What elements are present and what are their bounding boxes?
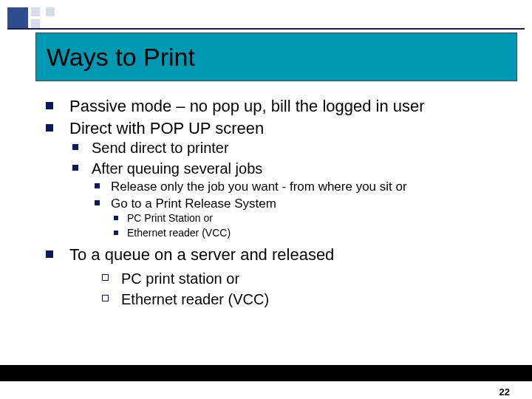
bullet-text: To a queue on a server and released xyxy=(69,245,334,264)
bullet-l1: To a queue on a server and released PC p… xyxy=(43,245,488,309)
bullet-text: Passive mode – no pop up, bill the logge… xyxy=(69,97,425,115)
bullet-l2: Send direct to printer xyxy=(69,139,488,158)
title-band: Ways to Print xyxy=(35,33,517,81)
bullet-l1: Passive mode – no pop up, bill the logge… xyxy=(43,96,488,117)
footer-bar xyxy=(0,365,532,381)
bullet-text: PC print station or xyxy=(121,270,239,287)
decor-square-small xyxy=(31,19,40,28)
bullet-l2: After queuing several jobs Release only … xyxy=(69,160,488,240)
bullet-text: Send direct to printer xyxy=(92,140,229,156)
header-rule xyxy=(7,28,525,30)
bullet-l4: PC Print Station or xyxy=(111,212,488,225)
slide: Ways to Print Passive mode – no pop up, … xyxy=(0,0,532,399)
bullet-text: Release only the job you want - from whe… xyxy=(111,180,407,194)
bullet-l2-hollow: Ethernet reader (VCC) xyxy=(99,290,488,310)
bullet-l3: Go to a Print Release System PC Print St… xyxy=(92,196,488,240)
bullet-text: After queuing several jobs xyxy=(92,160,262,177)
decor-square-small xyxy=(46,19,55,28)
bullet-text: Go to a Print Release System xyxy=(111,197,276,211)
slide-content: Passive mode – no pop up, bill the logge… xyxy=(43,96,488,310)
slide-title: Ways to Print xyxy=(47,43,195,72)
decor-square-small xyxy=(46,7,55,16)
bullet-l1: Direct with POP UP screen Send direct to… xyxy=(43,118,488,240)
bullet-l3: Release only the job you want - from whe… xyxy=(92,179,488,195)
bullet-text: Direct with POP UP screen xyxy=(69,119,264,137)
bullet-text: Ethernet reader (VCC) xyxy=(127,227,231,239)
decor-square-large xyxy=(7,7,28,28)
bullet-text: Ethernet reader (VCC) xyxy=(121,291,269,307)
page-number: 22 xyxy=(499,386,510,398)
bullet-text: PC Print Station or xyxy=(127,212,213,224)
corner-decoration xyxy=(7,7,55,28)
bullet-l4: Ethernet reader (VCC) xyxy=(111,227,488,240)
decor-square-stack xyxy=(31,7,55,28)
decor-square-small xyxy=(31,7,40,16)
bullet-l2-hollow: PC print station or xyxy=(99,270,488,289)
